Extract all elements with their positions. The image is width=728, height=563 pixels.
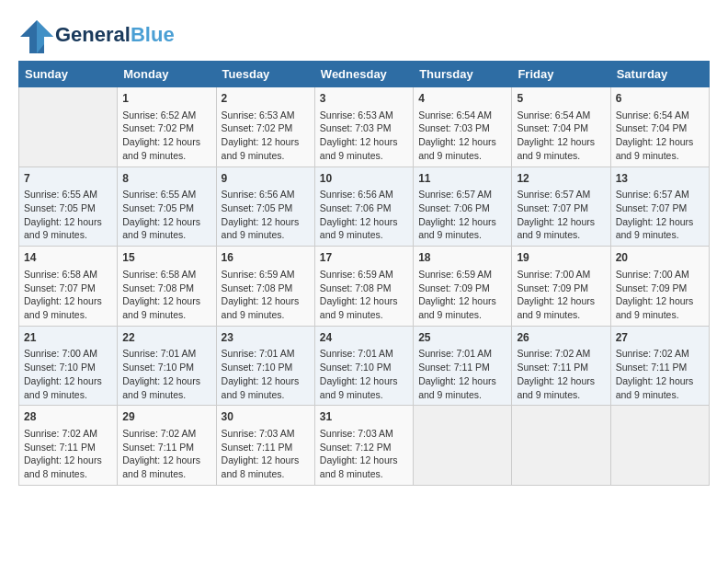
day-info: Daylight: 12 hours and 9 minutes. <box>418 215 506 242</box>
calendar-cell: 27Sunrise: 7:02 AMSunset: 7:11 PMDayligh… <box>610 326 709 406</box>
day-info: Daylight: 12 hours and 9 minutes. <box>222 294 310 321</box>
day-info: Sunset: 7:05 PM <box>222 201 310 215</box>
day-number: 4 <box>418 91 506 107</box>
day-info: Sunrise: 6:54 AM <box>616 109 704 122</box>
calendar-table: SundayMondayTuesdayWednesdayThursdayFrid… <box>18 61 710 486</box>
day-info: Sunset: 7:04 PM <box>517 121 605 135</box>
day-info: Sunset: 7:10 PM <box>222 361 310 374</box>
day-info: Sunset: 7:09 PM <box>517 282 605 295</box>
day-info: Daylight: 12 hours and 9 minutes. <box>24 215 112 242</box>
day-info: Daylight: 12 hours and 9 minutes. <box>222 374 310 401</box>
calendar-week-2: 7Sunrise: 6:55 AMSunset: 7:05 PMDaylight… <box>19 167 710 247</box>
day-info: Sunset: 7:10 PM <box>122 361 210 374</box>
logo-icon <box>18 18 51 52</box>
calendar-cell: 7Sunrise: 6:55 AMSunset: 7:05 PMDaylight… <box>19 167 118 247</box>
day-info: Sunrise: 6:58 AM <box>24 268 112 282</box>
day-info: Sunset: 7:03 PM <box>418 121 506 135</box>
day-number: 14 <box>24 250 112 266</box>
day-info: Sunset: 7:11 PM <box>122 441 210 454</box>
calendar-week-3: 14Sunrise: 6:58 AMSunset: 7:07 PMDayligh… <box>19 247 710 327</box>
day-number: 2 <box>222 91 310 107</box>
calendar-cell <box>414 406 512 486</box>
day-info: Sunset: 7:08 PM <box>122 282 210 295</box>
day-info: Sunrise: 7:02 AM <box>24 427 112 441</box>
day-info: Daylight: 12 hours and 9 minutes. <box>418 135 506 162</box>
day-number: 30 <box>222 409 310 425</box>
day-info: Sunrise: 6:52 AM <box>122 109 210 122</box>
column-header-saturday: Saturday <box>610 62 709 87</box>
day-number: 6 <box>616 91 704 107</box>
day-info: Sunrise: 6:57 AM <box>517 188 605 201</box>
day-info: Sunrise: 6:57 AM <box>418 188 506 201</box>
day-info: Daylight: 12 hours and 9 minutes. <box>122 215 210 242</box>
day-info: Sunset: 7:09 PM <box>418 282 506 295</box>
day-info: Daylight: 12 hours and 9 minutes. <box>222 215 310 242</box>
day-number: 29 <box>122 409 210 425</box>
day-info: Sunset: 7:11 PM <box>517 361 605 374</box>
day-number: 23 <box>222 330 310 346</box>
day-info: Sunset: 7:05 PM <box>24 201 112 215</box>
calendar-header-row: SundayMondayTuesdayWednesdayThursdayFrid… <box>19 62 710 87</box>
calendar-cell: 18Sunrise: 6:59 AMSunset: 7:09 PMDayligh… <box>414 247 512 327</box>
calendar-cell: 25Sunrise: 7:01 AMSunset: 7:11 PMDayligh… <box>414 326 512 406</box>
calendar-cell: 22Sunrise: 7:01 AMSunset: 7:10 PMDayligh… <box>118 326 216 406</box>
day-number: 10 <box>320 171 408 187</box>
calendar-cell: 21Sunrise: 7:00 AMSunset: 7:10 PMDayligh… <box>19 326 118 406</box>
day-info: Daylight: 12 hours and 9 minutes. <box>320 135 408 162</box>
day-info: Daylight: 12 hours and 9 minutes. <box>616 215 704 242</box>
calendar-cell: 20Sunrise: 7:00 AMSunset: 7:09 PMDayligh… <box>610 247 709 327</box>
day-number: 1 <box>122 91 210 107</box>
day-info: Daylight: 12 hours and 9 minutes. <box>616 294 704 321</box>
day-number: 16 <box>222 250 310 266</box>
day-number: 28 <box>24 409 112 425</box>
calendar-cell: 6Sunrise: 6:54 AMSunset: 7:04 PMDaylight… <box>610 87 709 167</box>
day-info: Daylight: 12 hours and 9 minutes. <box>418 294 506 321</box>
calendar-cell: 17Sunrise: 6:59 AMSunset: 7:08 PMDayligh… <box>314 247 413 327</box>
day-info: Sunset: 7:02 PM <box>122 121 210 135</box>
day-info: Sunset: 7:07 PM <box>24 282 112 295</box>
column-header-monday: Monday <box>118 62 216 87</box>
day-info: Daylight: 12 hours and 9 minutes. <box>616 135 704 162</box>
day-info: Sunset: 7:11 PM <box>418 361 506 374</box>
day-info: Sunset: 7:02 PM <box>222 121 310 135</box>
day-info: Sunset: 7:11 PM <box>24 441 112 454</box>
day-number: 15 <box>122 250 210 266</box>
day-info: Daylight: 12 hours and 8 minutes. <box>222 454 310 480</box>
day-info: Sunrise: 6:53 AM <box>320 109 408 122</box>
day-info: Sunset: 7:06 PM <box>320 201 408 215</box>
day-info: Daylight: 12 hours and 9 minutes. <box>222 135 310 162</box>
day-info: Daylight: 12 hours and 9 minutes. <box>517 215 605 242</box>
day-number: 19 <box>517 250 605 266</box>
calendar-cell: 15Sunrise: 6:58 AMSunset: 7:08 PMDayligh… <box>118 247 216 327</box>
day-info: Sunrise: 6:59 AM <box>418 268 506 282</box>
day-info: Sunset: 7:11 PM <box>616 361 704 374</box>
calendar-cell: 3Sunrise: 6:53 AMSunset: 7:03 PMDaylight… <box>314 87 413 167</box>
day-number: 27 <box>616 330 704 346</box>
day-info: Sunrise: 7:01 AM <box>320 347 408 361</box>
day-info: Sunrise: 6:53 AM <box>222 109 310 122</box>
calendar-cell: 30Sunrise: 7:03 AMSunset: 7:11 PMDayligh… <box>216 406 314 486</box>
column-header-wednesday: Wednesday <box>314 62 413 87</box>
day-number: 3 <box>320 91 408 107</box>
calendar-cell: 31Sunrise: 7:03 AMSunset: 7:12 PMDayligh… <box>314 406 413 486</box>
day-number: 21 <box>24 330 112 346</box>
calendar-cell: 24Sunrise: 7:01 AMSunset: 7:10 PMDayligh… <box>314 326 413 406</box>
day-info: Sunset: 7:08 PM <box>222 282 310 295</box>
day-number: 25 <box>418 330 506 346</box>
day-info: Sunrise: 6:56 AM <box>320 188 408 201</box>
day-info: Sunrise: 7:00 AM <box>517 268 605 282</box>
day-info: Sunrise: 6:59 AM <box>222 268 310 282</box>
calendar-cell: 23Sunrise: 7:01 AMSunset: 7:10 PMDayligh… <box>216 326 314 406</box>
day-info: Daylight: 12 hours and 8 minutes. <box>24 454 112 480</box>
svg-marker-1 <box>37 20 53 53</box>
day-info: Sunset: 7:09 PM <box>616 282 704 295</box>
calendar-cell: 2Sunrise: 6:53 AMSunset: 7:02 PMDaylight… <box>216 87 314 167</box>
day-number: 12 <box>517 171 605 187</box>
day-info: Sunrise: 7:02 AM <box>122 427 210 441</box>
day-info: Sunset: 7:10 PM <box>24 361 112 374</box>
day-info: Sunset: 7:10 PM <box>320 361 408 374</box>
day-number: 9 <box>222 171 310 187</box>
day-info: Sunset: 7:05 PM <box>122 201 210 215</box>
column-header-friday: Friday <box>512 62 610 87</box>
day-info: Sunset: 7:04 PM <box>616 121 704 135</box>
